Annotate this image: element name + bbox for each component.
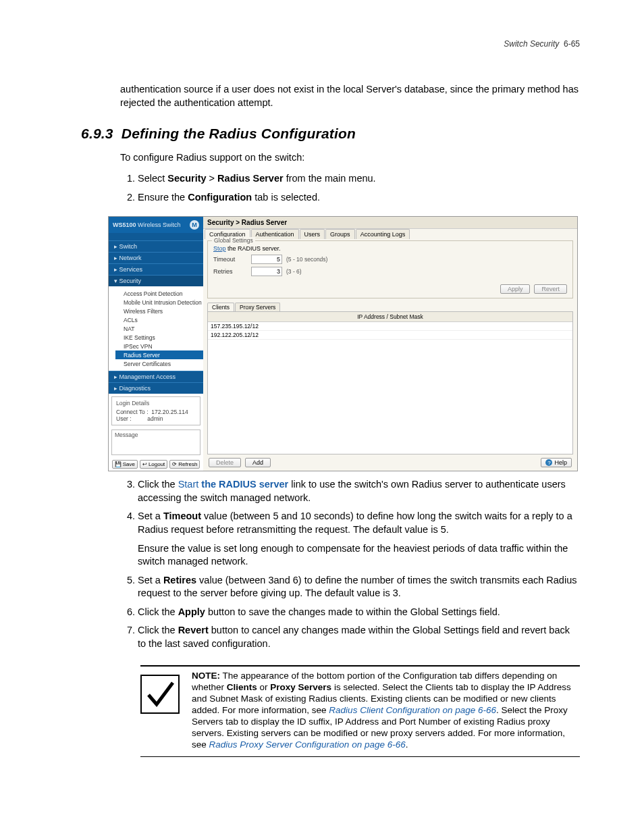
help-icon: ? — [545, 459, 552, 466]
tree-item[interactable]: ACLs — [115, 315, 203, 324]
nav-security[interactable]: ▾ Security — [109, 275, 203, 286]
retries-input[interactable] — [251, 267, 282, 276]
add-button[interactable]: Add — [245, 458, 271, 467]
section-intro: To configure Radius support on the switc… — [120, 152, 580, 163]
step-5: Set a Retires value (between 3and 6) to … — [138, 574, 580, 600]
nav-services[interactable]: ▸ Services — [109, 263, 203, 275]
intro-paragraph: authentication source if a user does not… — [120, 83, 580, 109]
refresh-button[interactable]: ⟳Refresh — [169, 460, 200, 469]
step-6: Click the Apply button to save the chang… — [138, 606, 580, 619]
tree-item[interactable]: Wireless Filters — [115, 307, 203, 315]
app-screenshot: WS5100 Wireless Switch M ▸ Switch ▸ Netw… — [108, 216, 578, 471]
tab-users[interactable]: Users — [300, 229, 325, 239]
tree-item[interactable]: Server Certificates — [115, 359, 203, 368]
tab-groups[interactable]: Groups — [325, 229, 355, 239]
link-proxy-config[interactable]: Radius Proxy Server Configuration on pag… — [209, 739, 406, 750]
grid-row[interactable]: 192.122.205.12/12 — [208, 331, 572, 340]
step-3: Click the Start the RADIUS server link t… — [138, 478, 580, 504]
subtab-clients[interactable]: Clients — [207, 303, 234, 311]
link-client-config[interactable]: Radius Client Configuration on page 6-66 — [329, 705, 496, 715]
start-radius-link[interactable]: Start the RADIUS server — [178, 479, 289, 490]
tree-item-selected[interactable]: Radius Server — [115, 350, 203, 359]
clients-grid: IP Address / Subnet Mask 157.235.195.12/… — [207, 311, 573, 454]
stop-radius-link[interactable]: Stop — [213, 245, 226, 252]
tree-item[interactable]: IPSec VPN — [115, 342, 203, 350]
help-button[interactable]: ? Help — [541, 458, 572, 467]
retries-label: Retries — [213, 268, 247, 275]
global-settings-fieldset: Global Settings Stop the RADIUS server. … — [207, 240, 573, 298]
message-box: Message — [111, 429, 200, 455]
nav-switch[interactable]: ▸ Switch — [109, 240, 203, 252]
breadcrumb: Security > Radius Server — [203, 217, 577, 229]
tab-accounting[interactable]: Accounting Logs — [356, 229, 410, 239]
grid-row[interactable]: 157.235.195.12/12 — [208, 322, 572, 331]
delete-button[interactable]: Delete — [209, 458, 241, 467]
timeout-hint: (5 - 10 seconds) — [286, 256, 327, 263]
apply-button[interactable]: Apply — [500, 284, 531, 294]
step-2: Ensure the Configuration tab is selected… — [138, 191, 580, 205]
step-1: Select Security > Radius Server from the… — [138, 172, 580, 186]
nav-network[interactable]: ▸ Network — [109, 252, 203, 263]
save-button[interactable]: 💾Save — [112, 460, 138, 469]
sidebar: WS5100 Wireless Switch M ▸ Switch ▸ Netw… — [109, 217, 203, 471]
checkmark-icon — [140, 675, 180, 714]
page-header: Switch Security 6-65 — [504, 39, 580, 49]
step-7: Click the Revert button to cancel any ch… — [138, 624, 580, 650]
logo-icon: M — [190, 220, 199, 230]
revert-button[interactable]: Revert — [534, 284, 567, 294]
tab-bar: Configuration Authentication Users Group… — [203, 229, 577, 239]
tree-item[interactable]: Mobile Unit Intrusion Detection — [115, 298, 203, 307]
main-panel: Security > Radius Server Configuration A… — [203, 217, 577, 471]
product-title: WS5100 Wireless Switch M — [109, 217, 203, 233]
note-block: NOTE: The appearance of the bottom porti… — [140, 665, 580, 756]
tree-item[interactable]: Access Point Detection — [115, 289, 203, 298]
timeout-label: Timeout — [213, 256, 247, 263]
section-heading: 6.9.3 Defining the Radius Configuration — [81, 126, 580, 142]
timeout-input[interactable] — [251, 255, 282, 264]
login-details: Login Details Connect To : 172.20.25.114… — [111, 396, 200, 425]
grid-header: IP Address / Subnet Mask — [208, 312, 572, 322]
subtab-proxy[interactable]: Proxy Servers — [235, 303, 280, 311]
retries-hint: (3 - 6) — [286, 268, 302, 275]
step-4: Set a Timeout value (between 5 and 10 se… — [138, 510, 580, 568]
tree-item[interactable]: IKE Settings — [115, 333, 203, 342]
nav-diagnostics[interactable]: ▸ Diagnostics — [109, 382, 203, 394]
tree-item[interactable]: NAT — [115, 324, 203, 333]
nav-mgmt-access[interactable]: ▸ Management Access — [109, 371, 203, 382]
tab-authentication[interactable]: Authentication — [251, 229, 299, 239]
fieldset-legend: Global Settings — [212, 237, 255, 244]
logout-button[interactable]: ↩Logout — [140, 460, 167, 469]
nav-tree: Access Point Detection Mobile Unit Intru… — [109, 286, 203, 371]
